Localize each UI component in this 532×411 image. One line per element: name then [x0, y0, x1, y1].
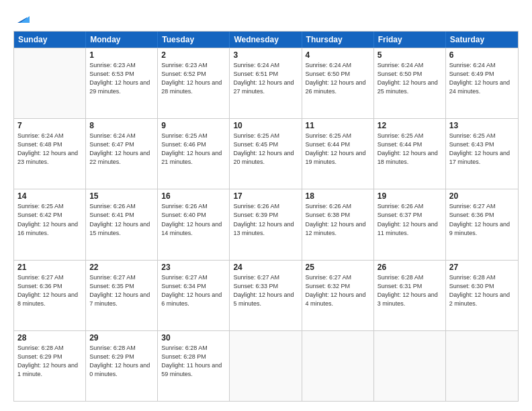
calendar-cell-empty-0-0: [14, 48, 86, 118]
calendar-cell-19: 19Sunrise: 6:26 AM Sunset: 6:37 PM Dayli…: [374, 189, 446, 259]
calendar-cell-empty-4-6: [446, 331, 518, 401]
calendar-cell-5: 5Sunrise: 6:24 AM Sunset: 6:50 PM Daylig…: [374, 48, 446, 118]
calendar-cell-24: 24Sunrise: 6:27 AM Sunset: 6:33 PM Dayli…: [230, 261, 302, 330]
cell-info: Sunrise: 6:27 AM Sunset: 6:36 PM Dayligh…: [17, 273, 82, 308]
cell-info: Sunrise: 6:28 AM Sunset: 6:29 PM Dayligh…: [17, 344, 82, 379]
cell-info: Sunrise: 6:25 AM Sunset: 6:44 PM Dayligh…: [378, 132, 442, 167]
day-number: 20: [449, 191, 515, 201]
calendar-cell-25: 25Sunrise: 6:27 AM Sunset: 6:32 PM Dayli…: [302, 261, 374, 330]
cell-info: Sunrise: 6:24 AM Sunset: 6:47 PM Dayligh…: [89, 132, 154, 167]
calendar-cell-2: 2Sunrise: 6:23 AM Sunset: 6:52 PM Daylig…: [158, 48, 230, 118]
calendar-cell-7: 7Sunrise: 6:24 AM Sunset: 6:48 PM Daylig…: [14, 119, 86, 189]
cell-info: Sunrise: 6:27 AM Sunset: 6:36 PM Dayligh…: [449, 202, 515, 237]
day-number: 14: [17, 191, 82, 201]
page: SundayMondayTuesdayWednesdayThursdayFrid…: [0, 0, 532, 411]
calendar-cell-1: 1Sunrise: 6:23 AM Sunset: 6:53 PM Daylig…: [86, 48, 158, 118]
day-number: 10: [233, 121, 298, 130]
calendar-header-friday: Friday: [374, 32, 446, 48]
cell-info: Sunrise: 6:26 AM Sunset: 6:38 PM Dayligh…: [306, 202, 370, 237]
day-number: 6: [449, 50, 515, 60]
cell-info: Sunrise: 6:24 AM Sunset: 6:50 PM Dayligh…: [378, 61, 442, 96]
day-number: 23: [161, 263, 226, 272]
cell-info: Sunrise: 6:27 AM Sunset: 6:35 PM Dayligh…: [89, 273, 154, 308]
calendar-week-0: 1Sunrise: 6:23 AM Sunset: 6:53 PM Daylig…: [14, 48, 518, 118]
day-number: 12: [378, 121, 442, 130]
cell-info: Sunrise: 6:25 AM Sunset: 6:46 PM Dayligh…: [161, 132, 226, 167]
cell-info: Sunrise: 6:28 AM Sunset: 6:28 PM Dayligh…: [161, 344, 226, 379]
calendar-cell-13: 13Sunrise: 6:25 AM Sunset: 6:43 PM Dayli…: [446, 119, 518, 189]
calendar-week-4: 28Sunrise: 6:28 AM Sunset: 6:29 PM Dayli…: [14, 330, 518, 401]
calendar-header-thursday: Thursday: [302, 32, 374, 48]
cell-info: Sunrise: 6:26 AM Sunset: 6:41 PM Dayligh…: [89, 202, 154, 237]
cell-info: Sunrise: 6:23 AM Sunset: 6:53 PM Dayligh…: [89, 61, 154, 96]
calendar-cell-20: 20Sunrise: 6:27 AM Sunset: 6:36 PM Dayli…: [446, 189, 518, 259]
calendar-header-row: SundayMondayTuesdayWednesdayThursdayFrid…: [14, 32, 518, 48]
calendar-cell-6: 6Sunrise: 6:24 AM Sunset: 6:49 PM Daylig…: [446, 48, 518, 118]
day-number: 3: [233, 50, 298, 60]
cell-info: Sunrise: 6:25 AM Sunset: 6:42 PM Dayligh…: [17, 202, 82, 237]
cell-info: Sunrise: 6:25 AM Sunset: 6:45 PM Dayligh…: [233, 132, 298, 167]
calendar-cell-18: 18Sunrise: 6:26 AM Sunset: 6:38 PM Dayli…: [302, 189, 374, 259]
calendar-header-wednesday: Wednesday: [230, 32, 302, 48]
day-number: 19: [378, 191, 442, 201]
day-number: 13: [449, 121, 515, 130]
calendar-cell-empty-4-4: [302, 331, 374, 401]
cell-info: Sunrise: 6:23 AM Sunset: 6:52 PM Dayligh…: [161, 61, 226, 96]
day-number: 25: [306, 263, 370, 272]
calendar-cell-23: 23Sunrise: 6:27 AM Sunset: 6:34 PM Dayli…: [158, 261, 230, 330]
cell-info: Sunrise: 6:24 AM Sunset: 6:51 PM Dayligh…: [233, 61, 298, 96]
day-number: 24: [233, 263, 298, 272]
cell-info: Sunrise: 6:26 AM Sunset: 6:37 PM Dayligh…: [378, 202, 442, 237]
day-number: 18: [306, 191, 370, 201]
cell-info: Sunrise: 6:28 AM Sunset: 6:31 PM Dayligh…: [378, 273, 442, 308]
day-number: 9: [161, 121, 226, 130]
calendar-cell-15: 15Sunrise: 6:26 AM Sunset: 6:41 PM Dayli…: [86, 189, 158, 259]
calendar-cell-27: 27Sunrise: 6:28 AM Sunset: 6:30 PM Dayli…: [446, 261, 518, 330]
calendar-cell-8: 8Sunrise: 6:24 AM Sunset: 6:47 PM Daylig…: [86, 119, 158, 189]
calendar-cell-12: 12Sunrise: 6:25 AM Sunset: 6:44 PM Dayli…: [374, 119, 446, 189]
calendar-body: 1Sunrise: 6:23 AM Sunset: 6:53 PM Daylig…: [14, 48, 518, 401]
calendar-cell-empty-4-5: [374, 331, 446, 401]
calendar-cell-29: 29Sunrise: 6:28 AM Sunset: 6:29 PM Dayli…: [86, 331, 158, 401]
day-number: 16: [161, 191, 226, 201]
day-number: 27: [449, 263, 515, 272]
day-number: 1: [89, 50, 154, 60]
day-number: 30: [161, 333, 226, 342]
calendar-cell-14: 14Sunrise: 6:25 AM Sunset: 6:42 PM Dayli…: [14, 189, 86, 259]
cell-info: Sunrise: 6:26 AM Sunset: 6:40 PM Dayligh…: [161, 202, 226, 237]
cell-info: Sunrise: 6:24 AM Sunset: 6:48 PM Dayligh…: [17, 132, 82, 167]
cell-info: Sunrise: 6:27 AM Sunset: 6:32 PM Dayligh…: [306, 273, 370, 308]
calendar-week-3: 21Sunrise: 6:27 AM Sunset: 6:36 PM Dayli…: [14, 260, 518, 330]
calendar-cell-22: 22Sunrise: 6:27 AM Sunset: 6:35 PM Dayli…: [86, 261, 158, 330]
calendar-cell-16: 16Sunrise: 6:26 AM Sunset: 6:40 PM Dayli…: [158, 189, 230, 259]
calendar-week-1: 7Sunrise: 6:24 AM Sunset: 6:48 PM Daylig…: [14, 118, 518, 189]
cell-info: Sunrise: 6:24 AM Sunset: 6:49 PM Dayligh…: [449, 61, 515, 96]
logo-icon: [15, 11, 30, 26]
day-number: 4: [306, 50, 370, 60]
day-number: 29: [89, 333, 154, 342]
calendar-cell-4: 4Sunrise: 6:24 AM Sunset: 6:50 PM Daylig…: [302, 48, 374, 118]
day-number: 17: [233, 191, 298, 201]
cell-info: Sunrise: 6:26 AM Sunset: 6:39 PM Dayligh…: [233, 202, 298, 237]
calendar-cell-21: 21Sunrise: 6:27 AM Sunset: 6:36 PM Dayli…: [14, 261, 86, 330]
cell-info: Sunrise: 6:24 AM Sunset: 6:50 PM Dayligh…: [306, 61, 370, 96]
calendar-week-2: 14Sunrise: 6:25 AM Sunset: 6:42 PM Dayli…: [14, 189, 518, 259]
cell-info: Sunrise: 6:28 AM Sunset: 6:30 PM Dayligh…: [449, 273, 515, 308]
calendar: SundayMondayTuesdayWednesdayThursdayFrid…: [13, 31, 519, 402]
cell-info: Sunrise: 6:27 AM Sunset: 6:34 PM Dayligh…: [161, 273, 226, 308]
cell-info: Sunrise: 6:25 AM Sunset: 6:44 PM Dayligh…: [306, 132, 370, 167]
day-number: 15: [89, 191, 154, 201]
calendar-cell-17: 17Sunrise: 6:26 AM Sunset: 6:39 PM Dayli…: [230, 189, 302, 259]
calendar-cell-11: 11Sunrise: 6:25 AM Sunset: 6:44 PM Dayli…: [302, 119, 374, 189]
header: [13, 12, 519, 26]
calendar-cell-3: 3Sunrise: 6:24 AM Sunset: 6:51 PM Daylig…: [230, 48, 302, 118]
day-number: 2: [161, 50, 226, 60]
cell-info: Sunrise: 6:27 AM Sunset: 6:33 PM Dayligh…: [233, 273, 298, 308]
calendar-cell-10: 10Sunrise: 6:25 AM Sunset: 6:45 PM Dayli…: [230, 119, 302, 189]
calendar-header-saturday: Saturday: [446, 32, 518, 48]
day-number: 8: [89, 121, 154, 130]
calendar-cell-26: 26Sunrise: 6:28 AM Sunset: 6:31 PM Dayli…: [374, 261, 446, 330]
logo: [13, 12, 30, 26]
day-number: 11: [306, 121, 370, 130]
calendar-cell-9: 9Sunrise: 6:25 AM Sunset: 6:46 PM Daylig…: [158, 119, 230, 189]
